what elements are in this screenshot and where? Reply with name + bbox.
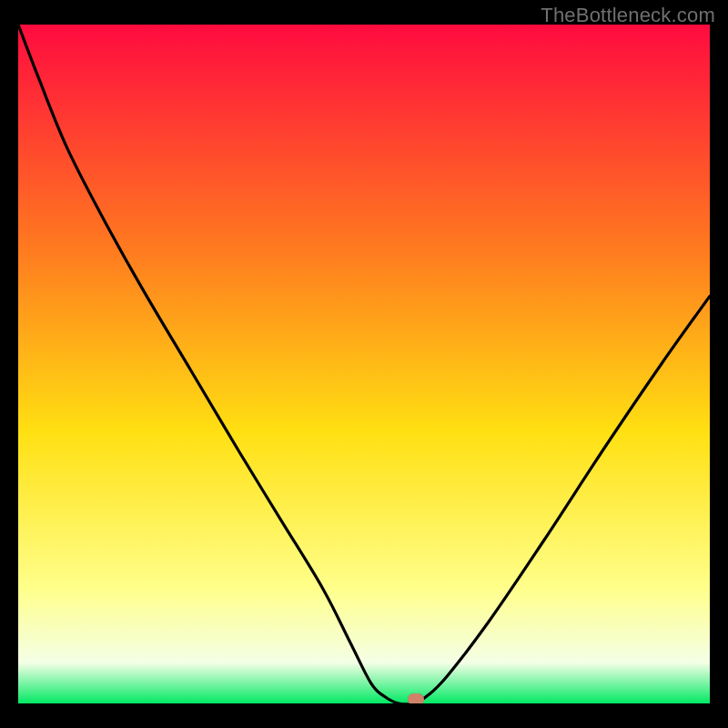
optimum-marker — [408, 693, 424, 703]
chart-frame: TheBottleneck.com — [0, 0, 728, 728]
gradient-background — [18, 25, 710, 703]
chart-svg — [18, 25, 710, 703]
plot-area — [18, 25, 710, 703]
watermark-text: TheBottleneck.com — [541, 4, 715, 27]
